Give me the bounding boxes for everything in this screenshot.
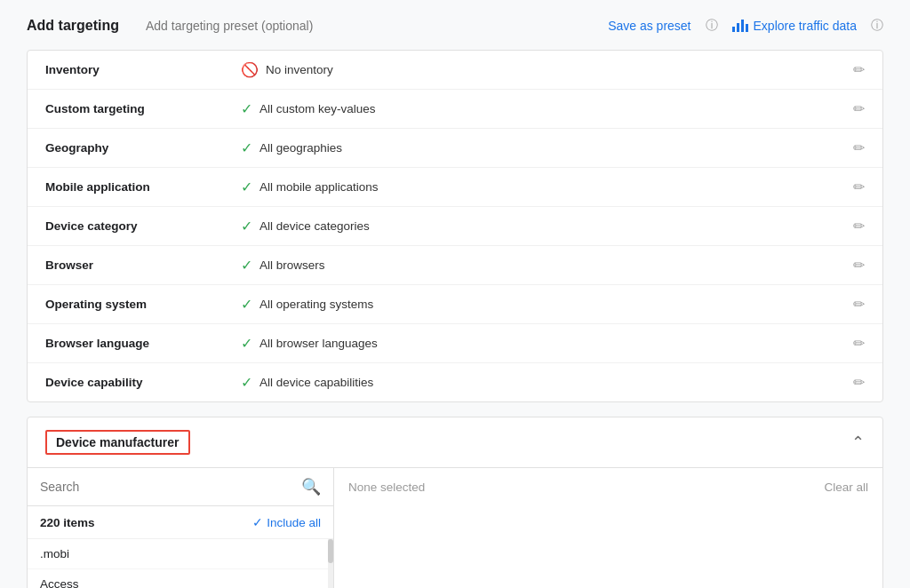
targeting-label: Device category — [45, 219, 241, 233]
targeting-value-text: All browsers — [259, 258, 325, 272]
list-item[interactable]: .mobi — [28, 539, 333, 569]
targeting-label: Device capability — [45, 376, 241, 389]
targeting-value: ✓All device capabilities — [241, 376, 853, 390]
targeting-row: Inventory🚫No inventory✏ — [28, 51, 882, 90]
clear-all-button[interactable]: Clear all — [824, 481, 868, 494]
targeting-value: ✓All browsers — [241, 258, 853, 273]
scroll-thumb[interactable] — [328, 539, 333, 563]
targeting-row: Custom targeting✓All custom key-values✏ — [28, 90, 882, 129]
targeting-row: Mobile application✓All mobile applicatio… — [28, 168, 882, 207]
manufacturer-section: Device manufacturer ⌃ 🔍 220 items ✓ Incl… — [27, 417, 883, 588]
targeting-value: ✓All geographies — [241, 141, 853, 155]
targeting-label: Mobile application — [45, 180, 241, 194]
list-item[interactable]: Access — [28, 569, 333, 588]
targeting-value: ✓All mobile applications — [241, 180, 853, 195]
search-icon: 🔍 — [301, 477, 321, 497]
explore-traffic-button[interactable]: Explore traffic data — [732, 19, 857, 33]
search-row: 🔍 — [28, 468, 333, 506]
edit-icon[interactable]: ✏ — [853, 218, 865, 234]
targeting-value-text: All device capabilities — [259, 376, 373, 389]
check-icon: ✓ — [241, 141, 252, 155]
edit-icon[interactable]: ✏ — [853, 139, 865, 156]
targeting-value-text: All operating systems — [259, 298, 373, 311]
list-panel: .mobiAccess — [28, 539, 333, 588]
targeting-label: Operating system — [45, 298, 241, 311]
edit-icon[interactable]: ✏ — [853, 335, 865, 352]
items-row: 220 items ✓ Include all — [28, 506, 333, 539]
right-panel-header: None selected Clear all — [348, 481, 868, 494]
save-preset-button[interactable]: Save as preset — [608, 19, 690, 33]
targeting-value: ✓All device categories — [241, 219, 853, 234]
check-icon: ✓ — [241, 102, 252, 116]
manufacturer-header: Device manufacturer ⌃ — [28, 417, 882, 468]
include-all-button[interactable]: ✓ Include all — [252, 515, 321, 529]
ban-icon: 🚫 — [241, 63, 259, 77]
edit-icon[interactable]: ✏ — [853, 374, 865, 391]
chart-icon — [732, 20, 748, 32]
svg-rect-2 — [741, 20, 744, 32]
targeting-value: 🚫No inventory — [241, 63, 853, 77]
edit-icon[interactable]: ✏ — [853, 296, 865, 313]
search-input[interactable] — [40, 480, 301, 494]
targeting-label: Browser language — [45, 337, 241, 350]
left-panel: 🔍 220 items ✓ Include all .mobiAccess — [28, 468, 334, 588]
svg-rect-0 — [732, 27, 735, 32]
targeting-value: ✓All browser languages — [241, 337, 853, 351]
check-icon: ✓ — [241, 219, 252, 234]
targeting-value-text: All custom key-values — [259, 102, 376, 115]
page: Add targeting Save as preset ⓘ Explore t… — [0, 0, 910, 588]
targeting-label: Geography — [45, 141, 241, 155]
page-title: Add targeting — [27, 18, 119, 34]
targeting-value: ✓All operating systems — [241, 298, 853, 312]
help-icon-2[interactable]: ⓘ — [871, 18, 883, 34]
header-row: Add targeting Save as preset ⓘ Explore t… — [27, 18, 883, 34]
check-icon: ✓ — [241, 337, 252, 351]
items-count: 220 items — [40, 516, 95, 529]
edit-icon[interactable]: ✏ — [853, 179, 865, 195]
include-check-icon: ✓ — [252, 515, 263, 529]
targeting-row: Device capability✓All device capabilitie… — [28, 363, 882, 401]
check-icon: ✓ — [241, 180, 252, 195]
preset-input[interactable] — [146, 19, 581, 33]
targeting-table: Inventory🚫No inventory✏Custom targeting✓… — [27, 50, 883, 402]
none-selected-label: None selected — [348, 481, 425, 494]
targeting-value-text: All device categories — [259, 219, 370, 233]
targeting-value-text: All mobile applications — [259, 180, 379, 194]
scroll-track — [328, 539, 333, 588]
edit-icon[interactable]: ✏ — [853, 100, 865, 117]
check-icon: ✓ — [241, 376, 252, 390]
header-actions: Save as preset ⓘ Explore traffic data ⓘ — [608, 18, 883, 34]
targeting-row: Browser✓All browsers✏ — [28, 246, 882, 285]
targeting-value-text: All geographies — [259, 141, 342, 155]
targeting-value-text: All browser languages — [259, 337, 378, 350]
right-panel: None selected Clear all — [334, 468, 882, 588]
help-icon[interactable]: ⓘ — [706, 18, 718, 34]
check-icon: ✓ — [241, 258, 252, 273]
targeting-value: ✓All custom key-values — [241, 102, 853, 116]
targeting-row: Browser language✓All browser languages✏ — [28, 324, 882, 363]
targeting-value-text: No inventory — [266, 63, 333, 76]
svg-rect-3 — [746, 24, 748, 32]
edit-icon[interactable]: ✏ — [853, 257, 865, 274]
targeting-row: Operating system✓All operating systems✏ — [28, 285, 882, 324]
collapse-icon[interactable]: ⌃ — [851, 433, 865, 452]
targeting-label: Custom targeting — [45, 102, 241, 115]
targeting-row: Device category✓All device categories✏ — [28, 207, 882, 246]
svg-rect-1 — [737, 23, 739, 32]
edit-icon[interactable]: ✏ — [853, 61, 865, 78]
targeting-label: Browser — [45, 258, 241, 272]
explore-label: Explore traffic data — [754, 19, 857, 33]
targeting-label: Inventory — [45, 63, 241, 76]
check-icon: ✓ — [241, 298, 252, 312]
targeting-row: Geography✓All geographies✏ — [28, 129, 882, 168]
manufacturer-title: Device manufacturer — [45, 430, 190, 455]
manufacturer-body: 🔍 220 items ✓ Include all .mobiAccess — [28, 468, 882, 588]
include-all-label: Include all — [267, 516, 321, 529]
